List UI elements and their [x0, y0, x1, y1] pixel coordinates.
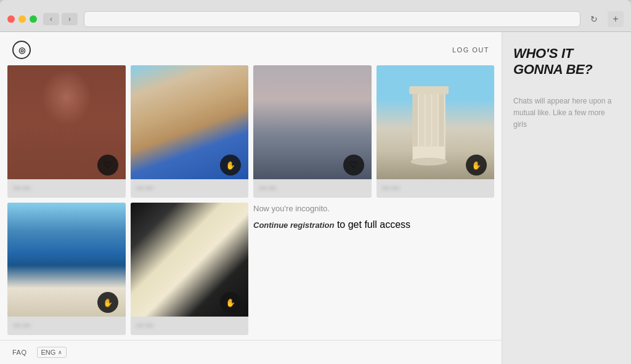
address-bar[interactable] [84, 11, 580, 27]
forward-button[interactable]: › [62, 13, 78, 25]
logout-button[interactable]: LOG OUT [452, 46, 489, 54]
lang-label: ENG [41, 349, 56, 356]
app-container: ◎ LOG OUT ♡ ••• ••• ✋ [0, 32, 631, 364]
like-button-1[interactable]: ♡ [97, 155, 118, 176]
continue-registration-link[interactable]: Continue registration [253, 220, 334, 230]
incognito-text: Now you're incognito. [253, 203, 494, 216]
profile-card-6[interactable]: ✋ ••• ••• [131, 203, 249, 335]
sidebar-title: WHO'S IT GONNA BE? [513, 46, 620, 78]
back-button[interactable]: ‹ [43, 13, 59, 25]
chevron-up-icon: ∧ [58, 349, 62, 355]
svg-point-7 [410, 158, 447, 166]
right-sidebar: WHO'S IT GONNA BE? Chats will appear her… [502, 32, 631, 364]
incognito-cta: Continue registration to get full access [253, 219, 494, 230]
faq-link[interactable]: FAQ [12, 349, 27, 356]
app-header: ◎ LOG OUT [0, 32, 502, 65]
svg-rect-4 [425, 94, 431, 147]
profile-card-3[interactable]: ♡ ••• ••• [253, 65, 372, 198]
hand-icon-2: ✋ [226, 161, 235, 170]
sidebar-description: Chats will appear here upon a mutual lik… [513, 95, 620, 131]
hand-icon-5: ✋ [103, 298, 113, 307]
svg-rect-2 [412, 94, 418, 147]
language-selector[interactable]: ENG ∧ [37, 347, 67, 358]
close-window-button[interactable] [7, 15, 15, 23]
profile-name-1: ••• ••• [14, 185, 30, 192]
maximize-window-button[interactable] [30, 15, 37, 23]
nav-buttons: ‹ › [43, 13, 78, 25]
incognito-message: Now you're incognito. Continue registrat… [253, 203, 494, 335]
svg-rect-3 [419, 94, 425, 147]
profile-card-1[interactable]: ♡ ••• ••• [7, 65, 126, 198]
profile-card-5[interactable]: ✋ ••• ••• [7, 203, 126, 335]
incognito-suffix: to get full access [334, 219, 410, 230]
like-button-4[interactable]: ✋ [466, 155, 487, 176]
app-logo: ◎ [12, 41, 31, 59]
browser-chrome: ‹ › ↻ + [0, 0, 631, 32]
app-footer: FAQ ENG ∧ [0, 340, 502, 364]
profile-name-4: ••• ••• [383, 185, 399, 192]
svg-rect-1 [409, 86, 449, 94]
profile-name-3: ••• ••• [259, 185, 276, 192]
profile-name-6: ••• ••• [137, 322, 153, 329]
new-tab-button[interactable]: + [608, 11, 624, 27]
profiles-grid: ♡ ••• ••• ✋ ••• ••• ♡ [0, 65, 502, 340]
heart-icon-1: ♡ [104, 160, 112, 171]
heart-icon-3: ♡ [349, 160, 357, 171]
traffic-lights [7, 15, 37, 23]
hand-icon-4: ✋ [471, 161, 481, 170]
profile-card-2[interactable]: ✋ ••• ••• [131, 65, 249, 198]
profile-name-2: ••• ••• [137, 185, 153, 192]
profile-card-4[interactable]: ✋ ••• ••• [377, 65, 495, 198]
main-panel: ◎ LOG OUT ♡ ••• ••• ✋ [0, 32, 502, 364]
hand-icon-6: ✋ [226, 298, 235, 307]
like-button-3[interactable]: ♡ [343, 155, 364, 176]
reload-button[interactable]: ↻ [587, 13, 601, 25]
svg-rect-6 [439, 94, 444, 147]
like-button-5[interactable]: ✋ [97, 292, 118, 313]
svg-rect-5 [432, 94, 438, 147]
like-button-2[interactable]: ✋ [220, 155, 241, 176]
like-button-6[interactable]: ✋ [220, 292, 241, 313]
minimize-window-button[interactable] [18, 15, 26, 23]
profile-name-5: ••• ••• [14, 322, 30, 329]
